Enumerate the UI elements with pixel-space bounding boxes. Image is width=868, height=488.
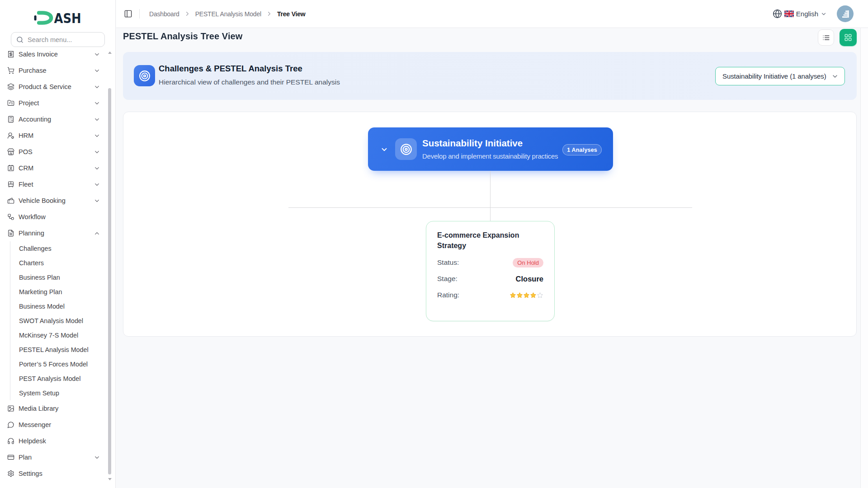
chevron-down-icon <box>94 51 100 58</box>
sidebar-item-hrm[interactable]: HRM <box>0 127 116 144</box>
list-view-button[interactable] <box>818 29 834 46</box>
submenu-item-porters-5-forces-model[interactable]: Porter’s 5 Forces Model <box>10 357 116 371</box>
layout-grid-icon <box>844 33 852 42</box>
chevron-down-icon <box>94 165 100 172</box>
sidebar-search[interactable] <box>11 32 105 47</box>
sidebar-item-plan[interactable]: Plan <box>0 449 116 465</box>
file-text-icon <box>7 230 14 237</box>
chevron-down-icon <box>94 67 100 74</box>
breadcrumb-dashboard[interactable]: Dashboard <box>149 10 179 18</box>
banner-subtitle: Hierarchical view of challenges and thei… <box>159 78 340 86</box>
root-node-title: Sustainability Initiative <box>422 138 523 149</box>
sidebar-item-accounting[interactable]: Accounting <box>0 111 116 127</box>
page-scrollbar-gutter[interactable] <box>860 28 868 488</box>
sidebar-toggle-button[interactable] <box>124 9 132 18</box>
chevron-down-icon <box>94 149 100 155</box>
star-filled-icon <box>530 292 537 299</box>
message-circle-icon <box>7 421 14 428</box>
chevron-down-icon[interactable] <box>380 145 388 154</box>
submenu-item-system-setup[interactable]: System Setup <box>10 386 116 400</box>
panel-left-icon <box>124 9 132 18</box>
submenu-item-marketing-plan[interactable]: Marketing Plan <box>10 285 116 299</box>
headphones-icon <box>7 437 14 445</box>
language-switcher[interactable]: English <box>784 10 827 18</box>
dash-logo-icon: ASH <box>34 11 82 25</box>
sidebar-item-purchase[interactable]: Purchase <box>0 62 116 79</box>
target-icon <box>400 143 412 155</box>
root-node-subtitle: Develop and implement sustainability pra… <box>422 152 558 160</box>
chevron-down-icon <box>831 73 839 80</box>
workflow-icon <box>7 213 14 221</box>
chevron-down-icon <box>94 84 100 90</box>
sidebar-item-project[interactable]: Project <box>0 95 116 111</box>
submenu-item-pestel-analysis-model[interactable]: PESTEL Analysis Model <box>10 343 116 357</box>
shopping-cart-icon <box>7 67 14 74</box>
sidebar-item-crm[interactable]: CRM <box>0 160 116 176</box>
list-icon <box>822 34 830 42</box>
analyses-count-badge: 1 Analyses <box>562 144 602 155</box>
building-logo-icon <box>840 9 851 19</box>
star-filled-icon <box>516 292 523 299</box>
submenu-item-mckinsey-7s-model[interactable]: McKinsey 7-S Model <box>10 328 116 343</box>
stage-label: Stage: <box>437 275 458 283</box>
sidebar-item-planning[interactable]: Planning <box>0 225 116 241</box>
bus-icon <box>7 181 14 188</box>
status-label: Status: <box>437 258 459 267</box>
layers-icon <box>7 83 14 90</box>
chevron-down-icon <box>94 454 100 461</box>
chevron-down-icon <box>821 11 827 17</box>
sidebar: ASH Sales Invoice Purchase Product & Ser… <box>0 0 116 488</box>
target-icon <box>139 70 151 82</box>
sidebar-item-sales-invoice[interactable]: Sales Invoice <box>0 46 116 62</box>
header-right: English <box>773 5 854 22</box>
top-header: Dashboard PESTEL Analysis Model Tree Vie… <box>116 0 868 28</box>
grid-view-button[interactable] <box>840 29 857 46</box>
chevron-down-icon <box>94 132 100 139</box>
analysis-select[interactable]: Sustainability Initiative (1 analyses) <box>715 67 845 85</box>
sidebar-scrollbar[interactable] <box>108 88 111 474</box>
sidebar-item-pos[interactable]: POS <box>0 144 116 160</box>
sidebar-item-settings[interactable]: Settings <box>0 465 116 482</box>
breadcrumb-pestel-analysis-model[interactable]: PESTEL Analysis Model <box>195 10 261 18</box>
image-icon <box>7 405 14 412</box>
star-filled-icon <box>509 292 516 299</box>
globe-icon[interactable] <box>773 9 782 19</box>
sidebar-scroll-down-arrow[interactable] <box>108 478 112 480</box>
language-label: English <box>796 10 818 18</box>
submenu-item-challenges[interactable]: Challenges <box>10 241 116 256</box>
tree-root-node[interactable]: Sustainability Initiative Develop and im… <box>368 127 613 171</box>
ticket-icon <box>7 197 14 204</box>
tree-container: Sustainability Initiative Develop and im… <box>123 112 857 337</box>
star-empty-icon <box>537 292 543 299</box>
sidebar-item-fleet[interactable]: Fleet <box>0 176 116 192</box>
sidebar-item-helpdesk[interactable]: Helpdesk <box>0 433 116 449</box>
submenu-item-swot-analysis-model[interactable]: SWOT Analysis Model <box>10 314 116 328</box>
calculator-icon <box>7 116 14 123</box>
app-logo[interactable]: ASH <box>0 0 115 31</box>
sidebar-scroll-up-arrow[interactable] <box>108 52 112 54</box>
analysis-child-card[interactable]: E-commerce Expansion Strategy Status: On… <box>426 221 555 321</box>
chevron-right-icon <box>266 10 273 17</box>
chevron-right-icon <box>184 10 191 17</box>
chevron-down-icon <box>94 197 100 204</box>
store-icon <box>7 148 14 155</box>
submenu-item-charters[interactable]: Charters <box>10 256 116 270</box>
target-icon-tile <box>395 138 417 160</box>
stage-value: Closure <box>516 275 543 283</box>
submenu-item-business-model[interactable]: Business Model <box>10 299 116 314</box>
submenu-item-business-plan[interactable]: Business Plan <box>10 270 116 285</box>
sidebar-item-product-service[interactable]: Product & Service <box>0 79 116 95</box>
sidebar-item-workflow[interactable]: Workflow <box>0 209 116 225</box>
stage-row: Stage: Closure <box>437 274 543 283</box>
planning-submenu: Challenges Charters Business Plan Market… <box>10 241 116 400</box>
star-filled-icon <box>523 292 530 299</box>
chevron-down-icon <box>94 181 100 188</box>
sidebar-item-messenger[interactable]: Messenger <box>0 417 116 433</box>
sidebar-item-media-library[interactable]: Media Library <box>0 400 116 417</box>
search-input[interactable] <box>28 36 99 43</box>
sidebar-item-vehicle-booking[interactable]: Vehicle Booking <box>0 192 116 209</box>
tree-banner: Challenges & PESTEL Analysis Tree Hierar… <box>123 52 857 100</box>
search-icon <box>16 36 24 43</box>
submenu-item-pest-analysis-model[interactable]: PEST Analysis Model <box>10 371 116 386</box>
user-avatar[interactable] <box>837 5 854 22</box>
